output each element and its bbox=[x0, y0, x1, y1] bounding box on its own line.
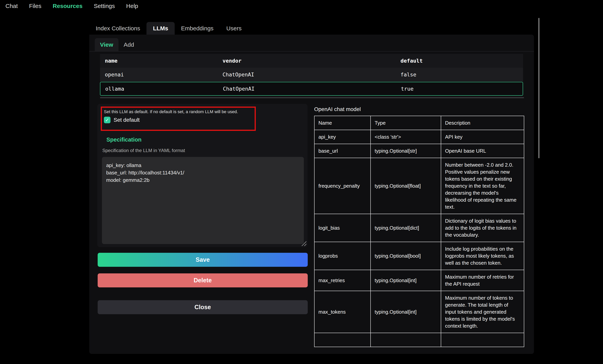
model-table-row: max_retriestyping.Optional[int]Maximum n… bbox=[314, 270, 524, 291]
set-default-row: ✓ Set default bbox=[104, 117, 255, 123]
model-table-row: api_key<class 'str'>API key bbox=[314, 130, 524, 144]
llm-header-vendor: vendor bbox=[218, 58, 396, 64]
llm-table-cell: true bbox=[396, 86, 523, 92]
model-param-type: typing.Optional[int] bbox=[371, 291, 441, 333]
model-param-description: Number between -2.0 and 2.0. Positive va… bbox=[441, 158, 524, 214]
tab-embeddings[interactable]: Embeddings bbox=[175, 22, 220, 34]
model-param-type: typing.Optional[str] bbox=[371, 144, 441, 158]
model-info-title: OpenAI chat model bbox=[314, 106, 361, 112]
model-param-description: Maximum number of tokens to generate. Th… bbox=[441, 291, 524, 333]
top-nav: Chat Files Resources Settings Help bbox=[0, 0, 138, 12]
model-param-name: logit_bias bbox=[314, 214, 371, 242]
nav-item-help[interactable]: Help bbox=[126, 3, 138, 9]
llm-table-cell: ollama bbox=[100, 86, 218, 92]
llm-header-name: name bbox=[100, 58, 218, 64]
nav-item-chat[interactable]: Chat bbox=[5, 3, 18, 9]
model-param-type: typing.Optional[dict] bbox=[371, 214, 441, 242]
set-default-checkbox[interactable]: ✓ bbox=[104, 117, 110, 123]
llm-table-cell: false bbox=[396, 72, 523, 78]
llm-table-cell: openai bbox=[100, 72, 218, 78]
tab-llms[interactable]: LLMs bbox=[147, 22, 174, 34]
model-table-row: frequency_penaltytyping.Optional[float]N… bbox=[314, 158, 524, 214]
subtab-divider bbox=[89, 51, 534, 52]
model-param-type: typing.Optional[float] bbox=[371, 158, 441, 214]
model-table-body: api_key<class 'str'>API keybase_urltypin… bbox=[314, 130, 524, 347]
set-default-label: Set default bbox=[114, 117, 140, 123]
set-default-hint: Set this LLM as default. If no default i… bbox=[104, 109, 255, 114]
model-param-description: Dictionary of logit bias values to add t… bbox=[441, 214, 524, 242]
llm-table-row[interactable]: openaiChatOpenAIfalse bbox=[100, 68, 523, 81]
llm-table-body: openaiChatOpenAIfalseollamaChatOpenAItru… bbox=[100, 68, 523, 96]
model-param-description: Include log probabilities on the logprob… bbox=[441, 242, 524, 270]
model-param-type: typing.Optional[bool] bbox=[371, 242, 441, 270]
page-scrollbar[interactable] bbox=[538, 18, 539, 158]
llm-subtabs: View Add bbox=[95, 38, 139, 51]
annotation-highlight-box: Set this LLM as default. If no default i… bbox=[101, 107, 256, 131]
llms-panel: View Add name vendor default openaiChatO… bbox=[89, 34, 534, 354]
model-param-cell bbox=[371, 333, 441, 347]
close-button[interactable]: Close bbox=[98, 300, 308, 314]
nav-item-files[interactable]: Files bbox=[29, 3, 41, 9]
model-param-cell bbox=[314, 333, 371, 347]
model-table-row-clipped bbox=[314, 333, 524, 347]
model-table-row: logit_biastyping.Optional[dict]Dictionar… bbox=[314, 214, 524, 242]
tab-users[interactable]: Users bbox=[220, 22, 248, 34]
llm-table-horizontal-scrollbar[interactable] bbox=[100, 97, 524, 98]
model-info-table-wrap: Name Type Description api_key<class 'str… bbox=[314, 116, 525, 354]
delete-button[interactable]: Delete bbox=[98, 273, 308, 287]
model-param-description: API key bbox=[441, 130, 524, 144]
model-table-header-row: Name Type Description bbox=[314, 116, 524, 130]
subtab-add[interactable]: Add bbox=[118, 38, 139, 51]
llm-header-default: default bbox=[396, 58, 523, 64]
save-button[interactable]: Save bbox=[98, 253, 308, 267]
model-param-type: <class 'str'> bbox=[371, 130, 441, 144]
subtab-view[interactable]: View bbox=[95, 38, 118, 51]
model-param-name: frequency_penalty bbox=[314, 158, 371, 214]
model-param-name: api_key bbox=[314, 130, 371, 144]
model-param-name: max_tokens bbox=[314, 291, 371, 333]
checkmark-icon: ✓ bbox=[105, 117, 109, 123]
yaml-editor[interactable]: api_key: ollama base_url: http://localho… bbox=[102, 157, 304, 244]
model-param-description: OpenAI base URL bbox=[441, 144, 524, 158]
model-header-name: Name bbox=[314, 116, 371, 130]
model-param-name: base_url bbox=[314, 144, 371, 158]
model-header-description: Description bbox=[441, 116, 524, 130]
model-table-row: max_tokenstyping.Optional[int]Maximum nu… bbox=[314, 291, 524, 333]
model-table-row: base_urltyping.Optional[str]OpenAI base … bbox=[314, 144, 524, 158]
llm-table: name vendor default openaiChatOpenAIfals… bbox=[100, 54, 523, 96]
tab-index-collections[interactable]: Index Collections bbox=[89, 22, 147, 34]
model-table-row: logprobstyping.Optional[bool]Include log… bbox=[314, 242, 524, 270]
resource-tabs: Index Collections LLMs Embeddings Users bbox=[89, 22, 248, 34]
llm-table-cell: ChatOpenAI bbox=[218, 72, 396, 78]
llm-detail-card: Set this LLM as default. If no default i… bbox=[97, 104, 308, 247]
llm-table-cell: ChatOpenAI bbox=[218, 86, 396, 92]
model-param-cell bbox=[441, 333, 524, 347]
model-param-name: logprobs bbox=[314, 242, 371, 270]
llm-table-header: name vendor default bbox=[100, 54, 523, 68]
specification-title: Specification bbox=[106, 136, 142, 143]
model-info-table: Name Type Description api_key<class 'str… bbox=[314, 116, 524, 347]
specification-subtitle: Specification of the LLM in YAML format bbox=[102, 148, 185, 153]
nav-item-settings[interactable]: Settings bbox=[94, 3, 115, 9]
model-header-type: Type bbox=[371, 116, 441, 130]
model-param-description: Maximum number of retries for the API re… bbox=[441, 270, 524, 291]
model-param-type: typing.Optional[int] bbox=[371, 270, 441, 291]
model-param-name: max_retries bbox=[314, 270, 371, 291]
nav-item-resources[interactable]: Resources bbox=[53, 3, 82, 9]
llm-table-row[interactable]: ollamaChatOpenAItrue bbox=[100, 82, 523, 96]
